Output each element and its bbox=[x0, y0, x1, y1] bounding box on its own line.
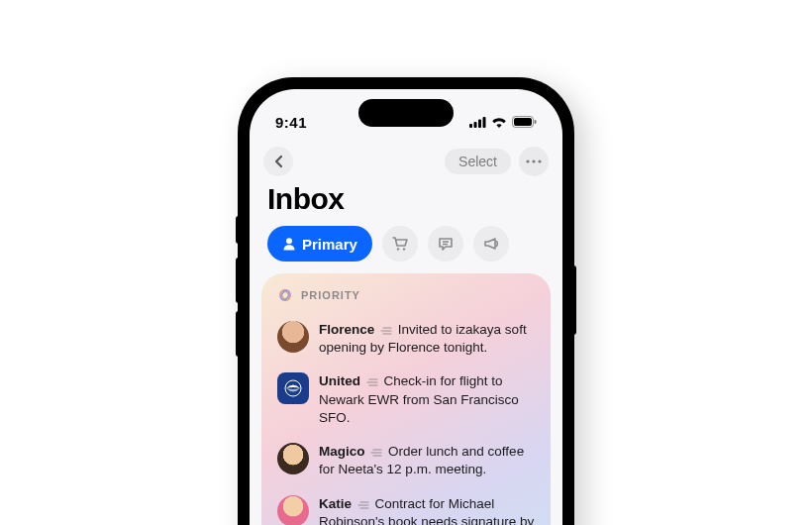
mail-sender: Katie bbox=[319, 496, 352, 511]
svg-rect-3 bbox=[483, 117, 486, 128]
svg-point-8 bbox=[532, 159, 535, 162]
mail-row[interactable]: Katie Contract for Michael Robinson's bo… bbox=[277, 487, 535, 525]
megaphone-icon bbox=[482, 235, 500, 253]
svg-rect-6 bbox=[535, 120, 537, 124]
mail-sender: United bbox=[319, 373, 360, 388]
avatar bbox=[277, 443, 309, 474]
nav-bar: Select bbox=[250, 141, 562, 180]
tab-promotions[interactable] bbox=[473, 226, 509, 262]
summary-icon bbox=[370, 448, 382, 458]
chat-icon bbox=[437, 235, 455, 253]
svg-point-11 bbox=[397, 248, 399, 250]
svg-rect-1 bbox=[474, 122, 477, 128]
svg-point-21 bbox=[285, 380, 301, 396]
signal-icon bbox=[469, 117, 486, 128]
mail-text: Magico Order lunch and coffee for Neeta'… bbox=[319, 443, 535, 478]
tab-primary-label: Primary bbox=[302, 236, 357, 253]
page-title: Inbox bbox=[250, 180, 562, 226]
mail-sender: Magico bbox=[319, 444, 365, 459]
more-button[interactable] bbox=[519, 147, 549, 176]
apple-intelligence-icon bbox=[277, 287, 293, 303]
cart-icon bbox=[391, 235, 409, 253]
priority-card: PRIORITY Florence Invited to izakaya sof… bbox=[261, 273, 551, 525]
mail-row[interactable]: United Check-in for flight to Newark EWR… bbox=[277, 365, 535, 435]
svg-rect-5 bbox=[514, 118, 532, 126]
svg-point-7 bbox=[526, 159, 529, 162]
phone-screen: 9:41 Select Inbox Primary bbox=[250, 89, 562, 525]
phone-side-btn bbox=[236, 258, 240, 303]
mail-row[interactable]: Magico Order lunch and coffee for Neeta'… bbox=[277, 435, 535, 486]
tab-transactions[interactable] bbox=[382, 226, 418, 262]
mail-sender: Florence bbox=[319, 322, 374, 337]
summary-icon bbox=[357, 500, 369, 510]
svg-point-9 bbox=[538, 159, 541, 162]
svg-rect-2 bbox=[478, 119, 481, 128]
wifi-icon bbox=[491, 117, 507, 128]
category-tabs: Primary bbox=[250, 226, 562, 273]
svg-point-10 bbox=[286, 238, 292, 244]
back-button[interactable] bbox=[263, 147, 293, 176]
priority-label: PRIORITY bbox=[301, 289, 360, 301]
svg-point-12 bbox=[403, 248, 405, 250]
avatar bbox=[277, 321, 309, 353]
avatar bbox=[277, 372, 309, 404]
phone-frame: 9:41 Select Inbox Primary bbox=[238, 77, 574, 525]
phone-side-btn bbox=[236, 311, 240, 357]
status-icons bbox=[469, 116, 537, 128]
priority-header: PRIORITY bbox=[277, 287, 535, 303]
select-button[interactable]: Select bbox=[445, 149, 511, 174]
ellipsis-icon bbox=[526, 159, 542, 163]
person-icon bbox=[282, 237, 296, 251]
mail-text: United Check-in for flight to Newark EWR… bbox=[319, 372, 535, 427]
tab-primary[interactable]: Primary bbox=[267, 226, 372, 262]
summary-icon bbox=[366, 377, 378, 387]
mail-row[interactable]: Florence Invited to izakaya soft opening… bbox=[277, 313, 535, 365]
airline-logo-icon bbox=[283, 378, 303, 398]
chevron-left-icon bbox=[273, 155, 283, 168]
mail-text: Florence Invited to izakaya soft opening… bbox=[319, 321, 535, 357]
summary-icon bbox=[380, 326, 392, 336]
mail-text: Katie Contract for Michael Robinson's bo… bbox=[319, 495, 535, 525]
mail-preview: Contract for Michael Robinson's book nee… bbox=[319, 496, 534, 525]
phone-side-btn bbox=[236, 216, 240, 244]
avatar bbox=[277, 495, 309, 525]
tab-updates[interactable] bbox=[428, 226, 463, 262]
dynamic-island bbox=[358, 99, 454, 127]
status-time: 9:41 bbox=[275, 114, 307, 131]
phone-side-btn bbox=[572, 265, 576, 335]
battery-icon bbox=[512, 116, 537, 128]
svg-rect-0 bbox=[469, 124, 472, 128]
